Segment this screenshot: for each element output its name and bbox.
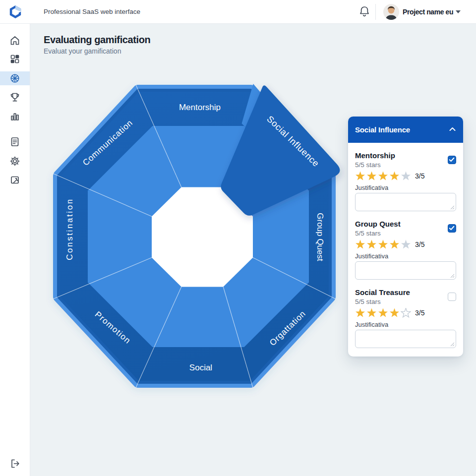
- svg-text:Constination: Constination: [65, 198, 74, 260]
- svg-text:Social: Social: [189, 363, 212, 372]
- svg-text:Group Quest: Group Quest: [315, 213, 325, 261]
- svg-text:Mentorship: Mentorship: [179, 103, 221, 112]
